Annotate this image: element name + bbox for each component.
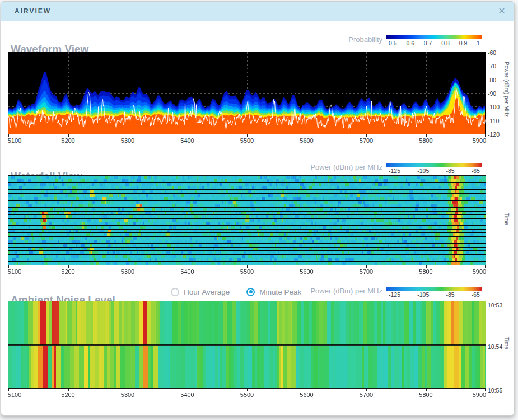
x-tick-label: 5100 [8,391,21,398]
x-tick-label: 5600 [300,137,313,144]
x-tick-mark [247,389,248,391]
x-tick-label: 5100 [8,137,21,144]
x-tick-mark [485,265,486,268]
power-tick-label: -105 [417,167,429,174]
waterfall-power-legend-label: Power (dBm) per MHz [310,164,382,171]
x-tick-label: 5200 [61,137,74,144]
ambient-noise-plot [8,301,486,389]
y-tick-label: -60 [488,49,496,56]
x-tick-label: 5300 [121,268,134,275]
airview-dialog: AIRVIEW ✕ Waveform View Probability 0.50… [1,1,515,416]
time-tick-label: 10:54 [488,343,502,350]
x-tick-mark [307,134,307,137]
ambient-power-legend: Power (dBm) per MHz -125-105-85-65 [310,287,482,298]
radio-hour-average[interactable]: Hour Average [171,288,230,296]
probability-legend: Probability 0.50.60.70.80.91 [348,35,482,46]
waterfall-time-axis-label: Time [503,213,510,225]
x-tick-label: 5400 [180,391,194,398]
waterfall-legend-bar-wrap: -125-105-85-65 [386,163,482,174]
x-tick-label: 5500 [240,391,254,398]
time-tick-label: 10:53 [488,302,502,309]
probability-colorbar [386,35,482,39]
waveform-x-axis: 510052005300540055005600570058005900 [8,134,486,144]
power-tick-label: -125 [389,167,400,174]
power-tick-label: -65 [472,167,480,174]
x-tick-mark [128,134,128,137]
x-tick-mark [188,265,188,268]
probability-tick-label: 0.6 [406,40,414,46]
x-tick-label: 5200 [61,391,74,398]
probability-legend-ticks: 0.50.60.70.80.91 [386,39,482,46]
close-icon[interactable]: ✕ [494,4,510,18]
probability-tick-label: 0.8 [441,40,450,46]
x-tick-label: 5800 [419,137,432,144]
radio-minute-peak-label[interactable]: Minute Peak [259,288,301,296]
dialog-header: AIRVIEW ✕ [1,2,514,21]
x-tick-mark [485,389,486,391]
x-tick-mark [8,134,9,137]
waterfall-power-legend-ticks: -125-105-85-65 [386,167,482,174]
x-tick-mark [68,389,69,391]
ambient-time-axis-label: Time [503,337,510,349]
x-tick-label: 5700 [360,391,373,398]
y-tick-label: -90 [488,90,496,97]
x-tick-label: 5600 [300,391,313,398]
power-tick-label: -125 [389,291,400,298]
radio-hour-average-control[interactable] [171,288,179,296]
x-tick-label: 5300 [121,137,134,144]
x-tick-mark [307,389,307,391]
x-tick-mark [128,265,128,268]
waveform-plot [8,52,486,134]
radio-minute-peak-control[interactable] [246,288,255,296]
x-tick-mark [68,265,69,268]
ambient-power-legend-label: Power (dBm) per MHz [310,287,382,295]
x-tick-mark [247,265,248,268]
time-tick-label: 10:55 [488,387,502,394]
x-tick-label: 5500 [240,268,254,275]
power-tick-label: -65 [472,291,480,298]
ambient-legend-bar-wrap: -125-105-85-65 [386,287,482,298]
ambient-power-colorbar [386,287,482,291]
waterfall-x-axis: 510052005300540055005600570058005900 [8,265,486,276]
y-tick-label: -100 [488,104,500,110]
x-tick-mark [128,389,128,391]
probability-tick-label: 0.7 [424,40,432,46]
x-tick-label: 5500 [240,137,254,144]
x-tick-label: 5100 [8,268,21,275]
power-tick-label: -85 [446,291,454,298]
x-tick-label: 5900 [473,391,486,398]
x-tick-label: 5300 [121,391,134,398]
probability-legend-bar-wrap: 0.50.60.70.80.91 [386,35,482,46]
waterfall-plot [8,175,486,265]
x-tick-mark [426,265,427,268]
waterfall-power-colorbar [386,163,482,167]
probability-tick-label: 1 [477,40,480,46]
power-tick-label: -105 [417,291,429,298]
y-tick-label: -110 [488,117,499,124]
x-tick-mark [426,134,427,137]
ambient-x-axis: 510052005300540055005600570058005900 [8,388,486,399]
x-tick-mark [247,134,248,137]
y-tick-label: -80 [488,76,496,83]
waterfall-power-legend: Power (dBm) per MHz -125-105-85-65 [310,163,482,174]
x-tick-mark [8,389,9,391]
probability-tick-label: 0.9 [459,40,468,46]
radio-minute-peak[interactable]: Minute Peak [246,288,301,296]
radio-hour-average-label[interactable]: Hour Average [184,288,230,296]
y-tick-label: -70 [488,63,496,69]
x-tick-label: 5400 [180,268,194,275]
x-tick-mark [8,265,9,268]
x-tick-mark [307,265,307,268]
x-tick-label: 5900 [473,268,486,275]
x-tick-label: 5800 [419,391,432,398]
x-tick-mark [426,389,427,391]
x-tick-label: 5400 [180,137,194,144]
dialog-title: AIRVIEW [15,7,51,15]
x-tick-label: 5700 [360,268,373,275]
waveform-y-axis-label: Power (dBm) per MHz [503,62,510,117]
x-tick-label: 5200 [61,268,74,275]
power-tick-label: -85 [446,167,454,174]
x-tick-mark [68,134,69,137]
x-tick-label: 5900 [473,137,486,144]
x-tick-mark [366,389,367,391]
